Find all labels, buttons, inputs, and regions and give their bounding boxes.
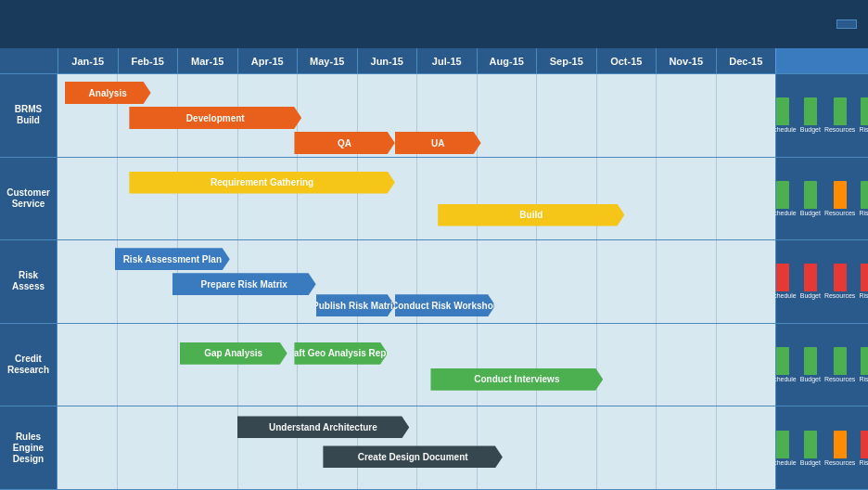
h-bar-4-1: [804, 431, 817, 458]
project-health-header: [775, 48, 868, 73]
project-row-3: CreditResearchGap AnalysisDraft Geo Anal…: [0, 324, 775, 407]
row-content-0: AnalysisDevelopmentQAUA: [57, 74, 775, 157]
bar-0-1: Development: [129, 107, 301, 129]
row-content-4: Understand ArchitectureCreate Design Doc…: [57, 406, 775, 489]
h-label-1: Budget: [800, 210, 821, 216]
health-cell-1: ScheduleBudgetResourcesRisks: [776, 158, 868, 241]
h-bar-2-2: [834, 264, 847, 291]
month-header-Sep-15: Sep-15: [536, 48, 596, 73]
health-bar-item-4-3: Risks: [859, 431, 868, 466]
health-bars-4: ScheduleBudgetResourcesRisks: [770, 429, 868, 466]
h-label-1: Budget: [800, 292, 821, 299]
project-row-2: RiskAssessRisk Assessment PlanPrepare Ri…: [0, 240, 775, 324]
bar-3-2: Conduct Interviews: [430, 368, 603, 391]
h-bar-0-2: [834, 97, 847, 125]
month-header-Apr-15: Apr-15: [237, 48, 298, 73]
month-header-Oct-15: Oct-15: [596, 48, 657, 73]
health-bar-item-3-1: Budget: [800, 347, 821, 382]
health-bar-item-2-1: Budget: [800, 264, 821, 299]
month-header-May-15: May-15: [297, 48, 357, 73]
h-label-1: Budget: [800, 376, 821, 382]
health-bar-item-0-1: Budget: [800, 97, 821, 133]
health-bar-item-4-2: Resources: [824, 431, 855, 466]
health-cell-4: ScheduleBudgetResourcesRisks: [776, 406, 868, 490]
timeline-area: BRMSBuildAnalysisDevelopmentQAUACustomer…: [0, 74, 775, 490]
row-label-3: CreditResearch: [0, 324, 57, 406]
project-row-1: CustomerServiceRequirement GatheringBuil…: [0, 158, 775, 241]
row-label-2: RiskAssess: [0, 240, 57, 323]
h-bar-4-0: [776, 431, 789, 458]
column-headers: Jan-15Feb-15Mar-15Apr-15May-15Jun-15Jul-…: [0, 48, 868, 74]
bar-3-1: Draft Geo Analysis Report: [294, 342, 388, 365]
health-bar-item-1-1: Budget: [800, 181, 821, 216]
h-label-2: Resources: [824, 126, 855, 133]
app-container: Jan-15Feb-15Mar-15Apr-15May-15Jun-15Jul-…: [0, 0, 868, 490]
bar-0-2: QA: [294, 132, 394, 154]
bar-4-0: Understand Architecture: [237, 416, 410, 438]
project-row-0: BRMSBuildAnalysisDevelopmentQAUA: [0, 74, 775, 158]
row-label-4: RulesEngine Design: [0, 406, 57, 489]
bar-1-0: Requirement Gathering: [129, 172, 394, 194]
h-bar-0-0: [776, 97, 789, 125]
h-bar-1-3: [861, 181, 868, 209]
project-row-4: RulesEngine DesignUnderstand Architectur…: [0, 406, 775, 490]
h-label-2: Resources: [824, 210, 855, 216]
main-content: BRMSBuildAnalysisDevelopmentQAUACustomer…: [0, 74, 868, 490]
h-label-1: Budget: [800, 126, 821, 133]
h-bar-3-0: [776, 347, 789, 375]
h-bar-0-1: [804, 97, 817, 125]
h-bar-2-3: [861, 264, 868, 291]
health-bar-item-1-3: Risks: [859, 181, 868, 216]
bar-0-0: Analysis: [65, 82, 151, 104]
health-bar-item-1-2: Resources: [824, 181, 855, 216]
health-cell-3: ScheduleBudgetResourcesRisks: [776, 324, 868, 407]
row-content-1: Requirement GatheringBuild: [57, 158, 775, 240]
month-headers: Jan-15Feb-15Mar-15Apr-15May-15Jun-15Jul-…: [57, 48, 775, 73]
month-header-Feb-15: Feb-15: [118, 48, 178, 73]
h-label-3: Risks: [859, 292, 868, 299]
health-bar-item-2-3: Risks: [859, 264, 868, 299]
health-bar-item-4-1: Budget: [800, 431, 821, 466]
health-bars-2: ScheduleBudgetResourcesRisks: [770, 262, 868, 299]
last-updated: [836, 19, 857, 29]
h-label-2: Resources: [824, 459, 855, 466]
health-bar-item-3-2: Resources: [824, 347, 855, 382]
h-label-3: Risks: [859, 376, 868, 382]
row-content-3: Gap AnalysisDraft Geo Analysis ReportCon…: [57, 324, 775, 406]
bar-2-1: Prepare Risk Matrix: [172, 273, 316, 295]
row-label-1: CustomerService: [0, 158, 57, 240]
bar-4-1: Create Design Document: [323, 445, 503, 468]
h-label-2: Resources: [824, 292, 855, 299]
h-bar-4-3: [861, 431, 868, 458]
health-bar-item-0-2: Resources: [824, 97, 855, 133]
month-header-Jun-15: Jun-15: [357, 48, 417, 73]
health-bar-item-0-3: Risks: [859, 97, 868, 133]
h-bar-3-1: [804, 347, 817, 375]
grid-lines: [57, 324, 775, 406]
month-header-Dec-15: Dec-15: [716, 48, 776, 73]
health-bars-1: ScheduleBudgetResourcesRisks: [770, 179, 868, 216]
h-bar-4-2: [834, 431, 847, 458]
project-rows: BRMSBuildAnalysisDevelopmentQAUACustomer…: [0, 74, 775, 490]
row-label-spacer: [0, 48, 57, 73]
h-bar-1-2: [834, 181, 847, 209]
header: [0, 0, 868, 48]
bar-2-0: Risk Assessment Plan: [115, 248, 230, 270]
h-label-2: Resources: [824, 376, 855, 382]
bar-2-2: Publish Risk Matrix: [316, 294, 395, 316]
health-bars-3: ScheduleBudgetResourcesRisks: [770, 345, 868, 382]
health-cell-2: ScheduleBudgetResourcesRisks: [776, 240, 868, 324]
month-header-Jul-15: Jul-15: [416, 48, 477, 73]
month-header-Mar-15: Mar-15: [177, 48, 237, 73]
month-header-Jan-15: Jan-15: [57, 48, 118, 73]
h-label-3: Risks: [859, 459, 868, 466]
bar-1-1: Build: [438, 204, 624, 226]
h-label-1: Budget: [800, 459, 821, 466]
h-bar-3-2: [834, 347, 847, 375]
health-bar-item-3-3: Risks: [859, 347, 868, 382]
row-content-2: Risk Assessment PlanPrepare Risk MatrixP…: [57, 240, 775, 323]
h-bar-1-1: [804, 181, 817, 209]
h-label-3: Risks: [859, 210, 868, 216]
h-bar-2-1: [804, 264, 817, 291]
h-bar-0-3: [861, 97, 868, 125]
